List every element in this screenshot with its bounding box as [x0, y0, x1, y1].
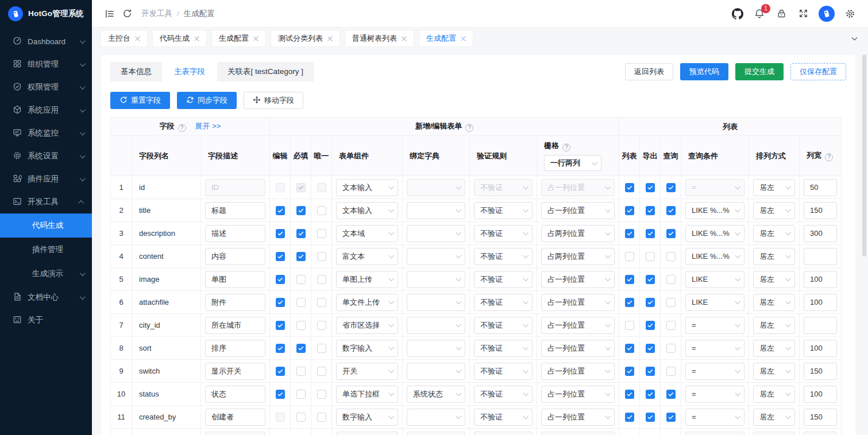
help-icon[interactable]: ? — [825, 153, 833, 161]
checkbox[interactable] — [317, 321, 326, 330]
text-input[interactable]: 150 — [804, 202, 837, 219]
select[interactable]: 居左 — [753, 340, 795, 357]
select[interactable]: 居左 — [753, 294, 795, 311]
预览代码-button[interactable]: 预览代码 — [680, 63, 728, 80]
text-input[interactable]: 100 — [804, 271, 837, 288]
text-input[interactable]: 描述 — [205, 225, 265, 242]
checkbox[interactable] — [276, 252, 285, 261]
text-input[interactable] — [804, 317, 837, 334]
checkbox[interactable] — [666, 344, 676, 353]
sidebar-item-开发工具[interactable]: 开发工具 — [0, 191, 92, 213]
select[interactable]: LIKE %...% — [685, 202, 744, 219]
checkbox[interactable] — [317, 367, 326, 376]
sidebar-item-Dashboard[interactable]: Dashboard — [0, 30, 92, 53]
checkbox[interactable] — [317, 298, 326, 307]
select[interactable]: LIKE %...% — [685, 248, 744, 265]
checkbox[interactable] — [317, 275, 326, 284]
text-input[interactable]: 附件 — [205, 294, 265, 311]
select[interactable]: 居左 — [753, 225, 795, 242]
checkbox[interactable] — [625, 229, 634, 238]
breadcrumb-item-current[interactable]: 生成配置 — [184, 9, 215, 19]
select[interactable]: LIKE — [685, 271, 744, 288]
menu-collapse-icon[interactable] — [101, 5, 118, 22]
select[interactable] — [407, 225, 465, 242]
checkbox[interactable] — [625, 413, 634, 422]
checkbox[interactable] — [646, 229, 655, 238]
checkbox[interactable] — [276, 367, 285, 376]
page-tag-生成配置[interactable]: 生成配置 — [212, 30, 265, 46]
checkbox[interactable] — [296, 321, 306, 330]
help-icon[interactable]: ? — [562, 143, 570, 152]
checkbox[interactable] — [317, 344, 326, 353]
checkbox[interactable] — [296, 206, 306, 215]
breadcrumb-item[interactable]: 开发工具 — [141, 9, 172, 19]
checkbox[interactable] — [646, 321, 655, 330]
select[interactable]: 文本输入 — [336, 179, 398, 196]
select[interactable]: 占两列位置 — [541, 248, 615, 265]
text-input[interactable]: 100 — [804, 294, 837, 311]
同步字段-button[interactable]: 同步字段 — [177, 92, 237, 109]
sidebar-item-文档中心[interactable]: 文档中心 — [0, 286, 92, 309]
text-input[interactable]: 300 — [804, 225, 837, 242]
select[interactable]: 占一列位置 — [541, 271, 615, 288]
select[interactable]: 不验证 — [474, 225, 533, 242]
sidebar-item-系统应用[interactable]: 系统应用 — [0, 99, 92, 122]
select[interactable]: 文本域 — [336, 225, 398, 242]
checkbox[interactable] — [625, 275, 634, 284]
checkbox[interactable] — [646, 275, 655, 284]
text-input[interactable]: 状态 — [205, 386, 265, 403]
text-input[interactable]: 50 — [804, 179, 837, 196]
text-input[interactable]: 排序 — [205, 340, 265, 357]
checkbox[interactable] — [317, 390, 326, 399]
checkbox[interactable] — [625, 206, 634, 215]
select[interactable]: 占一列位置 — [541, 340, 615, 357]
select[interactable]: 居左 — [753, 386, 795, 403]
tabbar-options-chevron-icon[interactable] — [850, 34, 859, 45]
checkbox[interactable] — [625, 252, 634, 261]
config-tab-主表字段[interactable]: 主表字段 — [164, 62, 215, 81]
page-tag-普通树表列表[interactable]: 普通树表列表 — [345, 30, 414, 46]
checkbox[interactable] — [646, 367, 655, 376]
select[interactable]: = — [685, 409, 744, 426]
sidebar-item-关于[interactable]: 关于 — [0, 309, 92, 332]
select[interactable]: 不验证 — [474, 248, 533, 265]
checkbox[interactable] — [276, 344, 285, 353]
sidebar-subitem-生成演示[interactable]: 生成演示 — [0, 262, 92, 286]
checkbox[interactable] — [276, 390, 285, 399]
text-input[interactable]: 150 — [804, 363, 837, 380]
checkbox[interactable] — [296, 413, 306, 422]
select[interactable]: LIKE — [685, 294, 744, 311]
select[interactable]: 一行两列 — [544, 155, 601, 171]
select[interactable] — [407, 294, 465, 311]
github-icon[interactable] — [729, 5, 746, 22]
checkbox[interactable] — [276, 298, 285, 307]
checkbox[interactable] — [625, 321, 634, 330]
checkbox[interactable] — [276, 275, 285, 284]
help-icon[interactable]: ? — [465, 124, 473, 132]
text-input[interactable]: 标题 — [205, 202, 265, 219]
checkbox[interactable] — [625, 367, 634, 376]
checkbox[interactable] — [666, 229, 676, 238]
select[interactable] — [407, 409, 465, 426]
checkbox[interactable] — [276, 321, 285, 330]
tab-close-icon[interactable] — [327, 36, 333, 41]
返回列表-button[interactable]: 返回列表 — [625, 63, 673, 80]
tab-close-icon[interactable] — [135, 36, 140, 41]
select[interactable]: 占一列位置 — [541, 317, 615, 334]
select[interactable]: 单文件上传 — [336, 294, 398, 311]
tab-close-icon[interactable] — [194, 36, 199, 41]
text-input[interactable]: 100 — [804, 386, 837, 403]
select[interactable]: 不验证 — [474, 202, 533, 219]
checkbox[interactable] — [296, 275, 306, 284]
text-input[interactable]: 显示开关 — [205, 363, 265, 380]
lock-screen-icon[interactable] — [773, 5, 790, 22]
select[interactable]: 居左 — [753, 202, 795, 219]
checkbox[interactable] — [625, 298, 634, 307]
sidebar-item-插件应用[interactable]: 插件应用 — [0, 168, 92, 191]
notifications-button[interactable]: 1 — [751, 5, 768, 22]
checkbox[interactable] — [296, 367, 306, 376]
checkbox[interactable] — [317, 206, 326, 215]
text-input[interactable]: 创建者 — [205, 409, 265, 426]
select[interactable]: 不验证 — [474, 340, 533, 357]
checkbox[interactable] — [666, 298, 676, 307]
